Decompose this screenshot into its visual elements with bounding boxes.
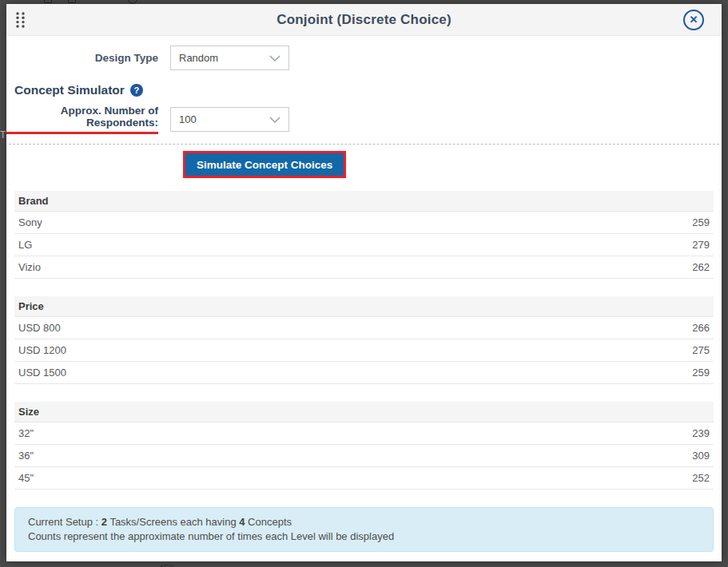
background-copy-icon: [44, 0, 52, 3]
simulate-concept-choices-button[interactable]: Simulate Concept Choices: [183, 151, 346, 178]
table-row: 36" 309: [14, 445, 714, 467]
table-row: LG 279: [14, 234, 714, 256]
level-count: 239: [692, 427, 710, 439]
level-label: 32": [18, 427, 34, 439]
table-row: 45" 252: [14, 467, 714, 490]
level-label: USD 800: [18, 322, 61, 334]
table-header: Brand: [14, 191, 714, 212]
modal-title: Conjoint (Discrete Choice): [6, 12, 722, 28]
chevron-down-icon: [269, 117, 280, 123]
info-line-2: Counts represent the approximate number …: [28, 529, 700, 544]
current-setup-info: Current Setup : 2 Tasks/Screens each hav…: [14, 507, 714, 552]
level-count: 279: [692, 239, 710, 251]
level-count-tables: Brand Sony 259 LG 279 Vizio 262 Price US…: [14, 191, 714, 490]
table-row: Vizio 262: [14, 256, 714, 279]
level-count: 259: [692, 367, 710, 379]
level-label: Sony: [18, 216, 42, 228]
design-type-select[interactable]: Random: [170, 46, 289, 70]
design-type-row: Design Type Random: [6, 46, 722, 70]
concepts-count: 4: [239, 516, 245, 528]
table-row: Sony 259: [14, 212, 714, 234]
level-count: 259: [692, 216, 710, 228]
level-label: 45": [18, 472, 34, 484]
design-type-label: Design Type: [6, 52, 170, 64]
conjoint-modal: Conjoint (Discrete Choice) ✕ Design Type…: [6, 4, 722, 561]
level-label: LG: [18, 239, 32, 251]
table-row: USD 1500 259: [14, 362, 714, 384]
level-count: 252: [692, 472, 710, 484]
price-table: Price USD 800 266 USD 1200 275 USD 1500 …: [14, 296, 714, 384]
level-label: USD 1200: [18, 344, 66, 356]
modal-header: Conjoint (Discrete Choice) ✕: [6, 4, 722, 36]
close-icon[interactable]: ✕: [683, 10, 704, 30]
respondents-label: Approx. Number of Respondents:: [6, 105, 170, 134]
level-label: Vizio: [18, 261, 41, 273]
table-header: Price: [14, 296, 714, 317]
level-count: 275: [692, 344, 710, 356]
size-table: Size 32" 239 36" 309 45" 252: [14, 402, 714, 490]
table-header: Size: [14, 402, 714, 422]
background-page-fragment: T: [0, 129, 6, 141]
respondents-value: 100: [179, 113, 197, 125]
concept-simulator-heading: Concept Simulator ?: [14, 83, 722, 97]
level-count: 309: [692, 450, 710, 462]
dashed-divider: [9, 144, 719, 145]
brand-table: Brand Sony 259 LG 279 Vizio 262: [14, 191, 714, 279]
tasks-count: 2: [101, 516, 107, 528]
background-page-fragment: 45": [158, 562, 190, 567]
table-row: USD 800 266: [14, 317, 714, 339]
level-count: 266: [692, 322, 710, 334]
button-container: Simulate Concept Choices: [6, 151, 722, 178]
table-row: 32" 239: [14, 422, 714, 445]
info-line-1: Current Setup : 2 Tasks/Screens each hav…: [28, 515, 700, 529]
respondents-select[interactable]: 100: [170, 107, 289, 132]
level-label: USD 1500: [18, 367, 66, 379]
design-type-value: Random: [179, 52, 218, 64]
level-label: 36": [18, 450, 34, 462]
table-row: USD 1200 275: [14, 339, 714, 362]
concept-simulator-title: Concept Simulator: [14, 83, 125, 97]
respondents-row: Approx. Number of Respondents: 100: [6, 105, 722, 134]
level-count: 262: [692, 261, 710, 273]
chevron-down-icon: [269, 55, 280, 61]
background-copy-icon: [68, 0, 76, 3]
help-icon[interactable]: ?: [130, 84, 143, 97]
